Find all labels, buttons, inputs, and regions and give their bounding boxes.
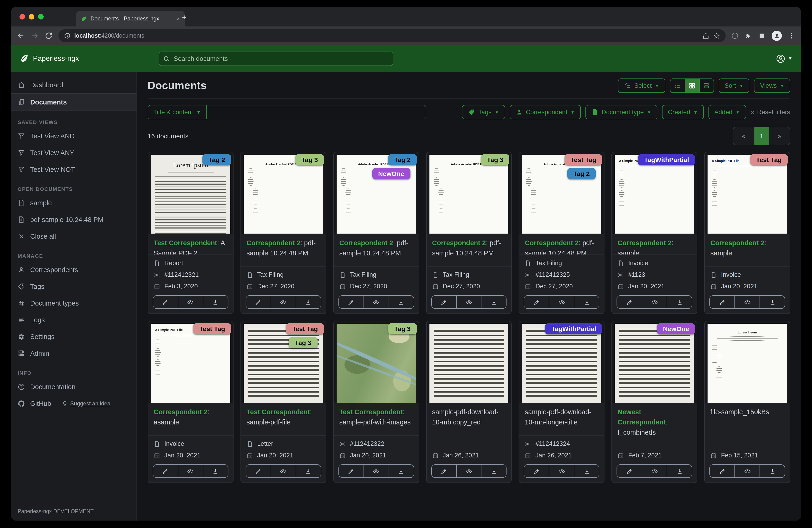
password-manager-icon[interactable] bbox=[731, 32, 739, 40]
edit-button[interactable] bbox=[153, 465, 178, 477]
view-button[interactable] bbox=[271, 465, 296, 477]
document-thumbnail[interactable]: TagWithPartial bbox=[519, 322, 604, 403]
document-type[interactable]: Letter bbox=[247, 440, 320, 447]
current-page-button[interactable]: 1 bbox=[754, 127, 769, 145]
download-button[interactable] bbox=[296, 465, 321, 477]
sidebar-item-correspondents[interactable]: Correspondents bbox=[11, 261, 136, 278]
tag-badge[interactable]: Tag 3 bbox=[295, 154, 324, 165]
correspondent-link[interactable]: Test Correspondent bbox=[339, 408, 403, 416]
added-filter-button[interactable]: Added▼ bbox=[708, 105, 746, 119]
grid-view-button[interactable] bbox=[684, 79, 699, 92]
download-button[interactable] bbox=[667, 465, 692, 477]
sort-button[interactable]: Sort▼ bbox=[719, 79, 749, 93]
document-type[interactable]: Invoice bbox=[710, 271, 784, 278]
download-button[interactable] bbox=[296, 296, 321, 308]
tab-close-icon[interactable]: × bbox=[177, 15, 180, 22]
browser-profile-avatar[interactable] bbox=[772, 31, 782, 41]
global-search-input[interactable] bbox=[159, 51, 393, 66]
tag-badge[interactable]: NewOne bbox=[657, 323, 695, 334]
tag-badge[interactable]: Tag 2 bbox=[203, 154, 231, 165]
download-button[interactable] bbox=[203, 465, 228, 477]
detail-view-button[interactable] bbox=[699, 79, 713, 92]
download-button[interactable] bbox=[388, 465, 414, 477]
tag-badge[interactable]: Test Tag bbox=[750, 154, 788, 165]
minimize-window-button[interactable] bbox=[29, 14, 34, 19]
view-button[interactable] bbox=[456, 465, 481, 477]
forward-icon[interactable] bbox=[31, 32, 39, 40]
document-thumbnail[interactable]: A Simple PDF FileTest Tag bbox=[705, 152, 790, 233]
tag-badge[interactable]: Tag 2 bbox=[388, 154, 417, 165]
sidebar-item-pdf-sample-10-24-48-pm[interactable]: pdf-sample 10.24.48 PM bbox=[11, 211, 136, 228]
correspondent-link[interactable]: Correspondent 2 bbox=[710, 239, 764, 246]
reset-filters-button[interactable]: ×Reset filters bbox=[751, 109, 790, 116]
document-type[interactable]: Tax Filing bbox=[339, 271, 413, 278]
view-button[interactable] bbox=[178, 296, 203, 308]
document-type[interactable]: Invoice bbox=[154, 440, 228, 447]
edit-button[interactable] bbox=[246, 296, 271, 308]
document-thumbnail[interactable]: Adobe Acrobat PDF FilesTest TagTag 2 bbox=[519, 152, 604, 233]
download-button[interactable] bbox=[759, 465, 785, 477]
sidebar-item-dashboard[interactable]: Dashboard bbox=[11, 76, 136, 93]
correspondent-link[interactable]: Correspondent 2 bbox=[247, 239, 300, 246]
site-info-icon[interactable] bbox=[64, 32, 71, 39]
document-thumbnail[interactable]: Adobe Acrobat PDF FilesTag 3 bbox=[426, 152, 511, 233]
document-thumbnail[interactable]: A Simple PDF FileTest Tag bbox=[148, 322, 233, 403]
extensions-puzzle-icon[interactable] bbox=[745, 32, 752, 40]
download-button[interactable] bbox=[574, 465, 599, 477]
document-type[interactable]: Tax Filing bbox=[525, 260, 599, 267]
download-button[interactable] bbox=[203, 296, 228, 308]
filter-text-input[interactable] bbox=[206, 105, 426, 119]
edit-button[interactable] bbox=[432, 465, 456, 477]
app-brand[interactable]: Paperless-ngx bbox=[19, 54, 159, 63]
tag-badge[interactable]: Test Tag bbox=[193, 323, 231, 334]
side-panel-icon[interactable] bbox=[758, 32, 766, 40]
view-button[interactable] bbox=[456, 296, 481, 308]
select-button[interactable]: Select▼ bbox=[618, 79, 665, 93]
document-type-filter-button[interactable]: Document type▼ bbox=[585, 105, 657, 119]
view-button[interactable] bbox=[271, 296, 296, 308]
download-button[interactable] bbox=[388, 296, 414, 308]
edit-button[interactable] bbox=[339, 465, 363, 477]
sidebar-item-github[interactable]: GitHubSuggest an idea bbox=[11, 395, 136, 412]
edit-button[interactable] bbox=[617, 465, 642, 477]
reload-icon[interactable] bbox=[45, 32, 53, 40]
edit-button[interactable] bbox=[524, 465, 549, 477]
download-button[interactable] bbox=[574, 296, 599, 308]
browser-tab[interactable]: Documents - Paperless-ngx × bbox=[76, 11, 185, 27]
document-thumbnail[interactable]: Lorem IpsumTag 2 bbox=[148, 152, 233, 233]
correspondent-link[interactable]: Newest Correspondent bbox=[618, 408, 666, 426]
sidebar-item-test-view-and[interactable]: Test View AND bbox=[11, 128, 136, 144]
correspondent-link[interactable]: Correspondent 2 bbox=[154, 408, 207, 416]
download-button[interactable] bbox=[481, 465, 506, 477]
tag-badge[interactable]: Tag 3 bbox=[388, 323, 417, 334]
view-button[interactable] bbox=[363, 465, 388, 477]
document-thumbnail[interactable]: Tag 3 bbox=[334, 322, 419, 403]
view-button[interactable] bbox=[735, 296, 759, 308]
edit-button[interactable] bbox=[617, 296, 642, 308]
document-type[interactable]: Tax Filing bbox=[247, 271, 320, 278]
user-menu[interactable]: ▼ bbox=[776, 54, 793, 63]
list-view-button[interactable] bbox=[670, 79, 684, 92]
tag-badge[interactable]: Tag 3 bbox=[289, 337, 317, 348]
tag-badge[interactable]: Test Tag bbox=[565, 154, 603, 165]
sidebar-item-documentation[interactable]: Documentation bbox=[11, 379, 136, 395]
document-thumbnail[interactable]: Test TagTag 3 bbox=[241, 322, 326, 403]
document-thumbnail[interactable]: Adobe Acrobat PDF FilesTag 3 bbox=[241, 152, 326, 233]
tag-badge[interactable]: Tag 3 bbox=[481, 154, 509, 165]
document-thumbnail[interactable] bbox=[426, 322, 511, 403]
view-button[interactable] bbox=[642, 296, 667, 308]
view-button[interactable] bbox=[735, 465, 759, 477]
sidebar-item-sample[interactable]: sample bbox=[11, 195, 136, 211]
sidebar-item-admin[interactable]: Admin bbox=[11, 345, 136, 362]
document-thumbnail[interactable]: A Simple PDF FileTagWithPartial bbox=[612, 152, 697, 233]
correspondent-link[interactable]: Correspondent 2 bbox=[525, 239, 579, 246]
next-page-button[interactable]: » bbox=[769, 127, 790, 145]
sidebar-item-documents[interactable]: Documents bbox=[11, 93, 136, 111]
correspondent-link[interactable]: Test Correspondent bbox=[247, 408, 310, 416]
download-button[interactable] bbox=[481, 296, 506, 308]
correspondent-link[interactable]: Correspondent 2 bbox=[432, 239, 486, 246]
filter-field-selector[interactable]: Title & content▼ bbox=[148, 105, 206, 119]
zoom-window-button[interactable] bbox=[38, 14, 44, 19]
share-icon[interactable] bbox=[702, 32, 709, 39]
correspondent-link[interactable]: Test Correspondent bbox=[154, 239, 217, 246]
